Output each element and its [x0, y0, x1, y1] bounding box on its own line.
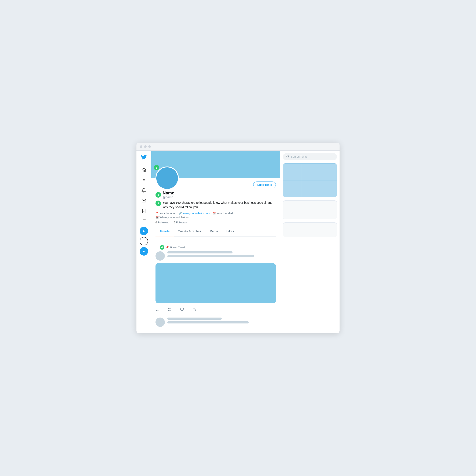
- share-icon[interactable]: [192, 308, 196, 312]
- founded-meta: 📅 Year founded: [213, 212, 233, 215]
- joined-icon: 📆: [155, 216, 159, 219]
- profile-name: Name: [163, 191, 174, 195]
- trend-cell-3: [319, 163, 337, 180]
- reply-icon[interactable]: [155, 308, 159, 312]
- calendar-icon: 📅: [213, 212, 216, 215]
- meta-row: 📍 Your Location 🔗 www.yourwebsite.com 📅 …: [155, 212, 276, 215]
- edit-profile-button[interactable]: Edit Profile: [253, 182, 276, 188]
- badge-2: 2: [155, 192, 161, 198]
- trend-cell-2: [301, 163, 319, 180]
- tweet-image: [155, 263, 276, 303]
- trend-grid-row-2: [283, 180, 337, 197]
- tweet-avatar: [155, 251, 165, 261]
- pinned-label: 4 📌 Pinned Tweet: [155, 242, 276, 251]
- retweet-icon[interactable]: [168, 308, 171, 312]
- svg-line-8: [288, 157, 289, 158]
- followers-count: 0: [174, 221, 175, 224]
- tab-media[interactable]: Media: [205, 227, 222, 236]
- trend-cell-6: [319, 180, 337, 197]
- trend-cell-1: [283, 163, 301, 180]
- tab-tweets[interactable]: Tweets: [155, 227, 174, 236]
- sidebar: #: [136, 151, 151, 329]
- following-stat[interactable]: 0 Following: [155, 221, 170, 224]
- sidebar-item-bookmarks[interactable]: [140, 206, 148, 215]
- tab-likes[interactable]: Likes: [222, 227, 238, 236]
- name-row: 2 Name @name: [155, 191, 276, 199]
- second-tweet-header: [155, 318, 276, 327]
- follow-row: 0 Following 0 Followers: [155, 221, 276, 224]
- tab-tweets-replies[interactable]: Tweets & replies: [174, 227, 205, 236]
- svg-point-7: [287, 155, 289, 157]
- browser-dot-red: [140, 145, 142, 148]
- profile-section: 1 Edit Profile 2 Name @name 3: [151, 178, 280, 240]
- badge-1: 1: [154, 165, 159, 170]
- bio-text: You have 160 characters to let people kn…: [163, 201, 276, 209]
- twitter-logo[interactable]: [141, 154, 147, 161]
- profile-tabs: Tweets Tweets & replies Media Likes: [155, 227, 276, 237]
- website-meta[interactable]: 🔗 www.yourwebsite.com: [179, 212, 210, 215]
- joined-row: 📆 When you joined Twitter: [155, 216, 276, 219]
- pinned-text: 📌 Pinned Tweet: [166, 246, 185, 249]
- profile-name-block: Name @name: [163, 191, 174, 199]
- browser-bar: [136, 143, 340, 151]
- sidebar-item-tweet[interactable]: ✦: [140, 247, 148, 255]
- tweet-meta-lines: [167, 251, 276, 259]
- following-label: Following: [158, 221, 170, 224]
- profile-handle: @name: [163, 195, 174, 199]
- right-sidebar: Search Twitter: [280, 151, 340, 329]
- pinned-tweet-card: 4 📌 Pinned Tweet: [151, 240, 280, 315]
- sidebar-item-profile-dot[interactable]: ●: [140, 227, 148, 235]
- sidebar-card-2: [283, 222, 337, 237]
- second-tweet-card: [151, 315, 280, 329]
- badge-4: 4: [160, 245, 164, 250]
- following-count: 0: [155, 221, 157, 224]
- second-tweet-text-line: [167, 321, 249, 323]
- like-icon[interactable]: [180, 308, 184, 312]
- sidebar-item-lists[interactable]: [140, 217, 148, 225]
- main-area: 1 Edit Profile 2 Name @name 3: [151, 151, 280, 329]
- avatar-wrapper: 1: [155, 167, 179, 190]
- link-icon: 🔗: [179, 212, 182, 215]
- sidebar-item-more[interactable]: ···: [140, 237, 148, 245]
- tweet-section: 4 📌 Pinned Tweet: [151, 240, 280, 329]
- joined-text: When you joined Twitter: [159, 216, 189, 219]
- sidebar-item-messages[interactable]: [140, 196, 148, 205]
- second-tweet-name-line: [167, 318, 222, 320]
- trend-grid: [283, 163, 337, 197]
- search-box[interactable]: Search Twitter: [283, 153, 337, 160]
- trend-grid-row-1: [283, 163, 337, 180]
- avatar: [155, 167, 179, 190]
- trend-cell-5: [301, 180, 319, 197]
- location-meta: 📍 Your Location: [155, 212, 176, 215]
- search-placeholder: Search Twitter: [291, 155, 308, 158]
- bio-row: 3 You have 160 characters to let people …: [155, 201, 276, 209]
- location-text: Your Location: [159, 212, 176, 215]
- browser-window: #: [136, 143, 340, 333]
- second-tweet-avatar: [155, 318, 165, 327]
- followers-label: Followers: [176, 221, 188, 224]
- browser-dot-green: [148, 145, 151, 148]
- tweet-actions: [155, 306, 276, 312]
- tweet-header: [155, 251, 276, 261]
- second-tweet-meta: [167, 318, 276, 325]
- tweet-text-line: [167, 255, 254, 257]
- trend-cell-4: [283, 180, 301, 197]
- search-icon: [286, 155, 289, 158]
- tweet-name-line: [167, 251, 233, 254]
- followers-stat[interactable]: 0 Followers: [174, 221, 188, 224]
- browser-dot-yellow: [144, 145, 147, 148]
- sidebar-item-home[interactable]: [140, 166, 148, 174]
- sidebar-card-1: [283, 200, 337, 219]
- sidebar-item-explore[interactable]: #: [140, 176, 148, 185]
- founded-text: Year founded: [217, 212, 233, 215]
- joined-meta: 📆 When you joined Twitter: [155, 216, 189, 219]
- location-icon: 📍: [155, 212, 159, 215]
- website-link[interactable]: www.yourwebsite.com: [183, 212, 210, 215]
- sidebar-item-notifications[interactable]: [140, 186, 148, 195]
- badge-3: 3: [155, 201, 161, 206]
- browser-content: #: [136, 151, 340, 329]
